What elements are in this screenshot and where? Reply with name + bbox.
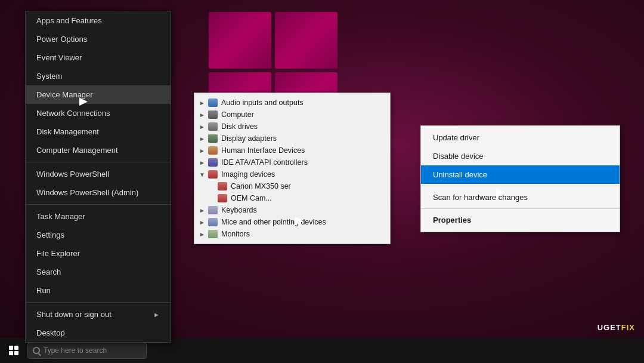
expand-icon-monitors: ► bbox=[199, 231, 206, 238]
start-icon bbox=[9, 346, 18, 355]
winx-item-file-explorer[interactable]: File Explorer bbox=[26, 244, 171, 263]
start-icon-tr bbox=[14, 346, 18, 350]
disk-icon bbox=[208, 122, 218, 131]
search-placeholder: Type here to search bbox=[44, 346, 107, 355]
winx-item-apps-features[interactable]: Apps and Features bbox=[26, 11, 171, 30]
winx-item-shutdown[interactable]: Shut down or sign out ► bbox=[26, 305, 171, 324]
expand-icon-keyboard: ► bbox=[199, 207, 206, 214]
device-manager-tree: ► Audio inputs and outputs ► Computer ► … bbox=[194, 93, 391, 244]
expand-icon-ide: ► bbox=[199, 159, 206, 166]
monitor-icon bbox=[208, 230, 218, 238]
ctx-divider-1 bbox=[421, 186, 620, 186]
taskbar-search[interactable]: Type here to search bbox=[27, 342, 147, 359]
winx-item-power-options[interactable]: Power Options bbox=[26, 30, 171, 48]
winx-divider-3 bbox=[26, 302, 171, 303]
winx-item-network-connections[interactable]: Network Connections bbox=[26, 104, 171, 122]
watermark-g: FIX bbox=[621, 323, 635, 332]
ctx-divider-2 bbox=[421, 208, 620, 209]
start-button[interactable] bbox=[2, 339, 25, 362]
winx-item-device-manager[interactable]: Device Manager bbox=[26, 85, 171, 104]
expand-icon-human: ► bbox=[199, 147, 206, 154]
ctx-properties[interactable]: Properties bbox=[421, 211, 620, 229]
tree-item-computer[interactable]: ► Computer bbox=[194, 109, 390, 121]
ctx-scan-hardware[interactable]: Scan for hardware changes bbox=[421, 188, 620, 207]
expand-icon-imaging: ▼ bbox=[199, 171, 206, 178]
winx-item-settings[interactable]: Settings bbox=[26, 226, 171, 244]
win-logo-tile-2 bbox=[275, 12, 338, 69]
watermark: UGETFIX bbox=[597, 323, 635, 332]
imaging-icon bbox=[208, 170, 218, 179]
start-icon-br bbox=[14, 351, 18, 355]
ctx-uninstall-device[interactable]: Uninstall device bbox=[421, 165, 620, 184]
winx-divider-1 bbox=[26, 162, 171, 162]
audio-icon bbox=[208, 99, 218, 107]
winx-item-search[interactable]: Search bbox=[26, 263, 171, 281]
tree-item-keyboard[interactable]: ► Keyboards bbox=[194, 204, 390, 216]
human-icon bbox=[208, 146, 218, 155]
oem-icon bbox=[218, 194, 227, 202]
winx-item-task-manager[interactable]: Task Manager bbox=[26, 207, 171, 226]
ctx-update-driver[interactable]: Update driver bbox=[421, 128, 620, 147]
search-icon bbox=[33, 347, 40, 354]
tree-item-oem[interactable]: OEM Cam... bbox=[194, 192, 390, 204]
keyboard-icon bbox=[208, 206, 218, 214]
tree-item-monitors[interactable]: ► Monitors bbox=[194, 228, 390, 240]
expand-icon-display: ► bbox=[199, 136, 206, 142]
winx-item-disk-management[interactable]: Disk Management bbox=[26, 122, 171, 141]
winx-divider-2 bbox=[26, 204, 171, 205]
winx-item-powershell[interactable]: Windows PowerShell bbox=[26, 165, 171, 183]
mice-icon bbox=[208, 218, 218, 226]
watermark-u: UGET bbox=[597, 323, 621, 332]
computer-icon bbox=[208, 110, 218, 119]
winx-item-system[interactable]: System bbox=[26, 67, 171, 85]
winx-item-desktop[interactable]: Desktop bbox=[26, 324, 171, 342]
tree-item-canon[interactable]: Canon MX350 ser bbox=[194, 180, 390, 192]
ctx-disable-device[interactable]: Disable device bbox=[421, 147, 620, 165]
tree-item-disk[interactable]: ► Disk drives bbox=[194, 121, 390, 133]
start-icon-tl bbox=[9, 346, 13, 350]
winx-item-powershell-admin[interactable]: Windows PowerShell (Admin) bbox=[26, 183, 171, 202]
expand-icon-disk: ► bbox=[199, 124, 206, 130]
tree-item-human[interactable]: ► Human Interface Devices bbox=[194, 144, 390, 156]
start-icon-bl bbox=[9, 351, 13, 355]
winx-item-run[interactable]: Run bbox=[26, 281, 171, 300]
tree-item-imaging[interactable]: ▼ Imaging devices bbox=[194, 168, 390, 180]
display-icon bbox=[208, 134, 218, 143]
winx-context-menu: Apps and Features Power Options Event Vi… bbox=[25, 11, 171, 343]
winx-item-event-viewer[interactable]: Event Viewer bbox=[26, 48, 171, 67]
tree-item-mice[interactable]: ► Mice and other pointing devices bbox=[194, 216, 390, 228]
tree-item-audio[interactable]: ► Audio inputs and outputs bbox=[194, 97, 390, 109]
shutdown-arrow-icon: ► bbox=[153, 311, 160, 318]
ide-icon bbox=[208, 158, 218, 167]
win-logo-tile-1 bbox=[209, 12, 271, 69]
tree-item-ide[interactable]: ► IDE ATA/ATAPI controllers bbox=[194, 156, 390, 168]
device-context-menu: Update driver Disable device Uninstall d… bbox=[420, 125, 620, 232]
canon-icon bbox=[218, 182, 227, 190]
expand-icon-mice: ► bbox=[199, 219, 206, 226]
winx-item-computer-management[interactable]: Computer Management bbox=[26, 141, 171, 159]
expand-icon-audio: ► bbox=[199, 100, 206, 106]
expand-icon-computer: ► bbox=[199, 112, 206, 118]
tree-item-display[interactable]: ► Display adapters bbox=[194, 133, 390, 144]
